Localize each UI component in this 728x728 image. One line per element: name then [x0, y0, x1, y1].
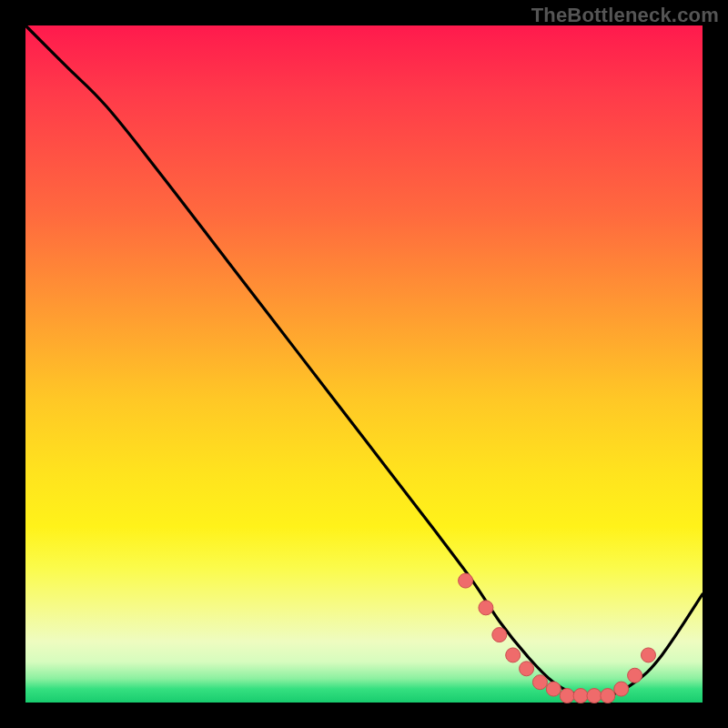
curve-marker: [614, 682, 629, 696]
curve-marker: [506, 648, 521, 662]
chart-overlay: [25, 25, 703, 703]
curve-markers: [459, 573, 656, 703]
curve-marker: [492, 628, 507, 642]
curve-marker: [641, 648, 655, 662]
bottleneck-curve: [25, 25, 703, 698]
curve-marker: [479, 601, 493, 615]
watermark-text: TheBottleneck.com: [531, 4, 719, 27]
chart-stage: TheBottleneck.com: [0, 0, 728, 728]
curve-marker: [532, 675, 547, 690]
curve-marker: [573, 689, 588, 703]
curve-marker: [560, 689, 574, 703]
curve-marker: [520, 662, 534, 676]
curve-marker: [459, 573, 473, 588]
curve-marker: [587, 689, 602, 703]
curve-marker: [601, 689, 615, 703]
curve-marker: [628, 668, 642, 682]
plot-area: [25, 25, 703, 703]
curve-marker: [546, 682, 561, 696]
